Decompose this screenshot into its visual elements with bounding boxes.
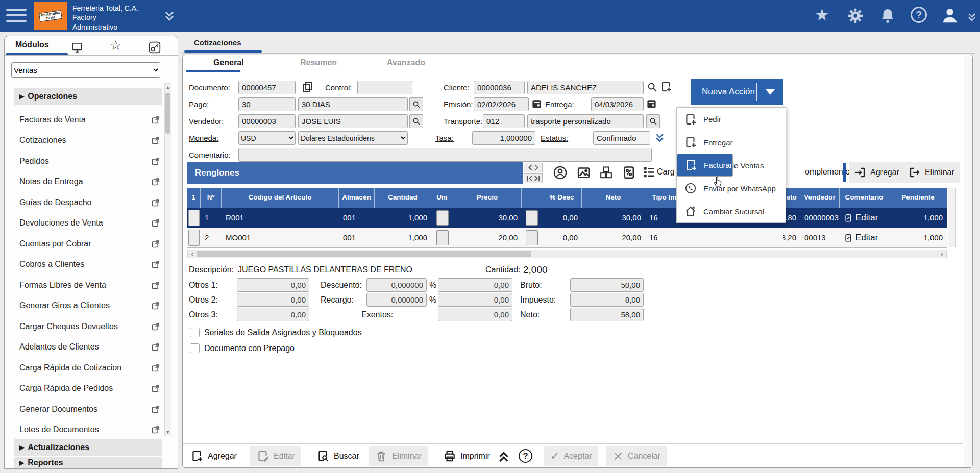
sidebar-item-generar-giros-a-clientes[interactable]: Generar Giros a Clientes xyxy=(14,297,163,314)
documento-input[interactable]: 00000457 xyxy=(238,81,296,94)
vendedor-codigo-input[interactable]: 00000003 xyxy=(238,114,296,128)
cliente-search-icon[interactable] xyxy=(646,81,658,93)
external-link-icon[interactable] xyxy=(151,405,160,414)
external-link-icon[interactable] xyxy=(151,384,160,393)
image-icon[interactable] xyxy=(576,165,592,181)
key-tab-icon[interactable] xyxy=(148,41,161,54)
list-icon[interactable] xyxy=(642,165,656,180)
sidebar-item-formas-libres-de-venta[interactable]: Formas Libres de Venta xyxy=(14,277,163,294)
section-reportes[interactable]: ▶ Reportes xyxy=(14,457,162,468)
transporte-nombre-input[interactable]: trasporte personalizado xyxy=(527,114,644,128)
prepago-checkbox[interactable] xyxy=(190,343,200,353)
sidebar-item-notas-de-entrega[interactable]: Notas de Entrega xyxy=(14,173,163,190)
exentos-input[interactable]: 0,00 xyxy=(438,308,512,321)
recargo-pct-input[interactable]: 0,000000 xyxy=(366,293,427,307)
external-link-icon[interactable] xyxy=(151,322,160,331)
grid-vertical-scrollbar[interactable] xyxy=(948,188,956,247)
descuento-monto-input[interactable]: 0,00 xyxy=(438,278,512,292)
favorites-tab-icon[interactable]: ☆ xyxy=(110,38,121,54)
sidebar-item-generar-documentos[interactable]: Generar Documentos xyxy=(14,401,163,418)
estatus-expand-chevrons-icon[interactable] xyxy=(653,132,666,144)
descuento-pct-input[interactable]: 0,000000 xyxy=(366,278,427,292)
otros3-input[interactable]: 0,00 xyxy=(237,308,309,321)
vendedor-nombre-input[interactable]: JOSE LUIS xyxy=(298,114,408,128)
otros1-input[interactable]: 0,00 xyxy=(237,278,309,292)
sidebar-item-guias-de-despacho[interactable]: Guías de Despacho xyxy=(14,194,163,211)
menu-item-cambiar-sucursal[interactable]: Cambiar Sucursal xyxy=(677,200,786,222)
control-input[interactable] xyxy=(357,81,412,94)
seriales-checkbox[interactable] xyxy=(190,328,200,337)
sidebar-item-cuentas-por-cobrar[interactable]: Cuentas por Cobrar xyxy=(14,235,163,253)
moneda-label[interactable]: Moneda: xyxy=(189,134,218,142)
agent-person-icon[interactable] xyxy=(552,165,568,181)
workspace-expand-icon[interactable] xyxy=(162,9,177,23)
entrega-input[interactable]: 04/03/2026 xyxy=(591,97,644,111)
external-link-icon[interactable] xyxy=(151,342,160,352)
moneda-nombre-select[interactable]: Dolares Estadounidens xyxy=(298,131,408,145)
sidebar-item-cobros-a-clientes[interactable]: Cobros a Clientes xyxy=(14,256,163,273)
document-tab-cotizaciones[interactable]: Cotizaciones xyxy=(194,38,241,47)
external-link-icon[interactable] xyxy=(151,198,160,207)
tasa-label[interactable]: Tasa: xyxy=(435,134,454,142)
external-link-icon[interactable] xyxy=(151,157,160,166)
cliente-nombre-input[interactable]: ADELIS SANCHEZ xyxy=(527,81,644,94)
sidebar-item-devoluciones-de-venta[interactable]: Devoluciones de Venta xyxy=(14,214,163,232)
estatus-label[interactable]: Estatus: xyxy=(541,134,568,142)
footer-agregar-button[interactable]: Agregar xyxy=(184,446,243,466)
pago-codigo-input[interactable]: 30 xyxy=(238,97,296,111)
favorites-icon[interactable]: ★ xyxy=(815,6,829,23)
external-link-icon[interactable] xyxy=(151,115,160,125)
tasa-input[interactable]: 1,000000 xyxy=(472,131,535,145)
external-link-icon[interactable] xyxy=(151,218,160,228)
external-link-icon[interactable] xyxy=(151,301,160,310)
main-panel-scrollbar[interactable] xyxy=(964,56,972,467)
section-operaciones[interactable]: ▶ Operaciones xyxy=(14,88,162,105)
moneda-codigo-select[interactable]: USD xyxy=(238,131,296,145)
sidebar-scrollbar[interactable]: ▲ ▼ xyxy=(164,83,172,436)
module-select[interactable]: Ventas xyxy=(11,62,160,78)
footer-imprimir-button[interactable]: Imprimir xyxy=(437,446,496,466)
comentario-input[interactable] xyxy=(238,148,652,162)
notifications-bell-icon[interactable] xyxy=(879,7,896,24)
help-icon[interactable]: ? xyxy=(911,7,927,23)
renglon-agregar-button[interactable]: Agregar xyxy=(849,162,904,183)
comentario-editar-cell[interactable]: Editar xyxy=(840,228,889,247)
sidebar-item-facturas-de-venta[interactable]: Facturas de Venta xyxy=(14,111,163,129)
vendedor-label[interactable]: Vendedor: xyxy=(189,117,224,126)
pago-nombre-input[interactable]: 30 DIAS xyxy=(298,97,408,111)
table-row-selected[interactable]: 1 R001 001 1,000 30,00 0,00 30,00 16 4,8… xyxy=(187,208,947,228)
menu-item-enviar-por-whatsapp[interactable]: Enviar por WhatsApp xyxy=(677,177,786,200)
menu-item-entregar[interactable]: Entregar xyxy=(677,131,786,154)
sidebar-item-carga-rapida-de-pedidos[interactable]: Carga Rápida de Pedidos xyxy=(14,380,163,397)
grid-horizontal-scrollbar[interactable]: ‹ › xyxy=(187,250,947,258)
external-link-icon[interactable] xyxy=(151,281,160,290)
footer-cancelar-button[interactable]: Cancelar xyxy=(606,446,667,466)
tab-resumen[interactable]: Resumen xyxy=(300,58,337,67)
otros2-input[interactable]: 0,00 xyxy=(237,293,309,307)
impuesto-input[interactable]: 8,00 xyxy=(570,293,644,307)
external-link-icon[interactable] xyxy=(151,177,160,186)
row-select-button[interactable] xyxy=(188,210,200,226)
transporte-search-button[interactable] xyxy=(646,114,660,128)
sidebar-item-cotizaciones[interactable]: Cotizaciones xyxy=(14,132,163,149)
nueva-accion-button[interactable]: Nueva Acción xyxy=(691,79,783,105)
table-row[interactable]: 2 MO001 001 1,000 20,00 0,00 20,00 16 3,… xyxy=(187,228,947,248)
nav-prev-next-icon[interactable] xyxy=(524,163,543,172)
comentario-editar-cell[interactable]: Editar xyxy=(840,208,889,228)
scroll-left-icon[interactable]: ‹ xyxy=(188,250,197,258)
user-profile-icon[interactable] xyxy=(940,6,960,25)
footer-help-icon[interactable]: ? xyxy=(519,449,532,463)
monitor-tab-icon[interactable] xyxy=(70,41,84,54)
pago-search-button[interactable] xyxy=(409,97,423,111)
sidebar-item-lotes-de-documentos[interactable]: Lotes de Documentos xyxy=(14,421,163,438)
scroll-up-icon[interactable]: ▲ xyxy=(165,85,171,90)
transporte-codigo-input[interactable]: 012 xyxy=(483,114,525,128)
neto-input[interactable]: 58,00 xyxy=(570,308,644,321)
sidebar-item-cargar-cheques-devueltos[interactable]: Cargar Cheques Devueltos xyxy=(14,318,163,335)
emision-label[interactable]: Emisión: xyxy=(444,100,473,109)
emision-input[interactable]: 02/02/2026 xyxy=(474,97,529,111)
estatus-input[interactable]: Confirmado xyxy=(593,131,650,145)
footer-buscar-button[interactable]: Buscar xyxy=(310,446,365,466)
section-actualizaciones[interactable]: ▶ Actualizaciones xyxy=(14,439,162,456)
recargo-monto-input[interactable]: 0,00 xyxy=(438,293,512,307)
